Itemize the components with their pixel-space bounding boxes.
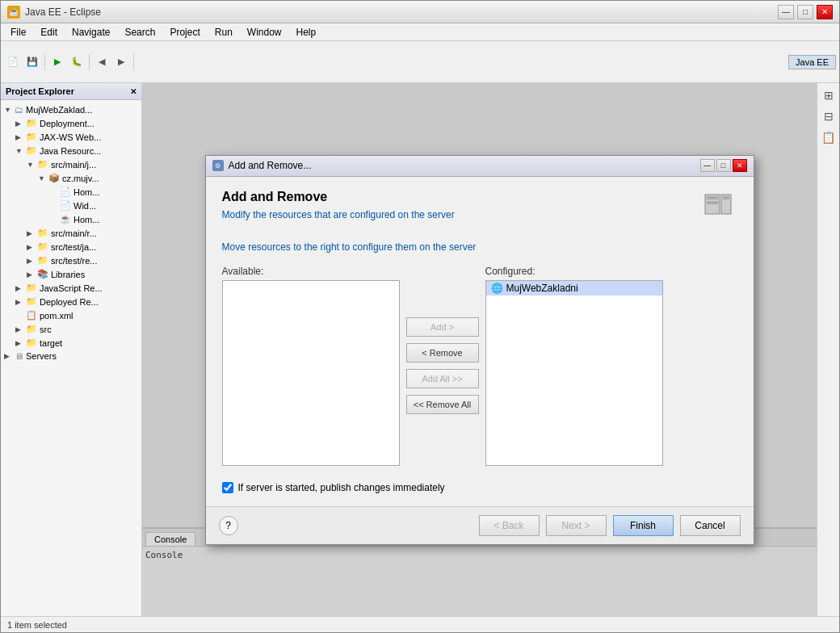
project-explorer-title: Project Explorer [6, 86, 74, 96]
folder-icon: 📁 [37, 228, 48, 238]
dialog-maximize[interactable]: □ [716, 159, 731, 172]
project-explorer: Project Explorer ✕ ▼ 🗂 MujWebZaklad... ▶… [1, 83, 142, 616]
tree-item-java-resources[interactable]: ▼ 📁 Java Resourc... [1, 144, 141, 157]
configured-list-item[interactable]: 🌐 MujWebZakladni [486, 281, 662, 296]
forward-button[interactable]: ▶ [112, 53, 130, 71]
dialog-content: Add and Remove Modify the resources that… [206, 177, 754, 506]
toolbar-sep-3 [133, 54, 134, 70]
folder-icon: 📁 [26, 132, 37, 142]
project-explorer-header: Project Explorer ✕ [1, 83, 141, 100]
file-icon: ☕ [60, 214, 71, 224]
menu-navigate[interactable]: Navigate [65, 25, 116, 40]
menu-project[interactable]: Project [163, 25, 206, 40]
available-label: Available: [222, 266, 400, 277]
dialog-close[interactable]: ✕ [733, 159, 747, 172]
tree-item-wid[interactable]: ▶ 📄 Wid... [1, 199, 141, 212]
menu-window[interactable]: Window [241, 25, 288, 40]
right-panel-btn-3[interactable]: 📋 [820, 128, 838, 146]
tree-item-cz[interactable]: ▼ 📦 cz.mujv... [1, 171, 141, 185]
folder-icon: 📁 [26, 283, 37, 293]
dialog-footer: ? < Back Next > Finish Cancel [206, 506, 754, 544]
folder-icon: 📁 [37, 159, 48, 170]
transfer-buttons: Add > < Remove Add All >> << Remove All [406, 266, 479, 466]
tree-item-src-test-ja[interactable]: ▶ 📁 src/test/ja... [1, 240, 141, 254]
file-icon: 📄 [60, 187, 71, 197]
dialog-titlebar: ⚙ Add and Remove... — □ ✕ [206, 156, 754, 177]
add-remove-dialog: ⚙ Add and Remove... — □ ✕ [205, 155, 754, 545]
menu-file[interactable]: File [4, 25, 32, 40]
tree-item-servers[interactable]: ▶ 🖥 Servers [1, 350, 141, 363]
tree-item-src-main-r[interactable]: ▶ 📁 src/main/r... [1, 226, 141, 240]
configured-item-label: MujWebZakladni [506, 283, 578, 294]
debug-button[interactable]: 🐛 [68, 53, 86, 71]
tree-item-hom1[interactable]: ▶ 📄 Hom... [1, 185, 141, 199]
tree-item-hom2[interactable]: ▶ ☕ Hom... [1, 212, 141, 226]
tree-item-project[interactable]: ▼ 🗂 MujWebZaklad... [1, 103, 141, 116]
folder-icon: 📁 [37, 241, 48, 252]
close-button[interactable]: ✕ [817, 5, 833, 19]
tree-item-pom[interactable]: ▶ 📋 pom.xml [1, 308, 141, 322]
menu-run[interactable]: Run [208, 25, 239, 40]
menu-search[interactable]: Search [118, 25, 162, 40]
libraries-icon: 📚 [37, 269, 48, 279]
folder-icon: 📁 [26, 296, 37, 307]
add-all-button[interactable]: Add All >> [406, 369, 479, 388]
maximize-button[interactable]: □ [797, 5, 813, 19]
toolbar: 📄 💾 ▶ 🐛 ◀ ▶ Java EE [1, 41, 839, 83]
right-panel-btn-2[interactable]: ⊟ [820, 107, 838, 125]
dialog-title-icon: ⚙ [212, 160, 224, 171]
menu-edit[interactable]: Edit [34, 25, 64, 40]
tree-item-deployed[interactable]: ▶ 📁 Deployed Re... [1, 295, 141, 308]
dialog-heading: Add and Remove [222, 190, 699, 204]
tree-item-deployment[interactable]: ▶ 📁 Deployment... [1, 116, 141, 130]
close-explorer-icon[interactable]: ✕ [130, 87, 136, 96]
help-button[interactable]: ? [219, 516, 238, 535]
dialog-window-controls: — □ ✕ [700, 159, 747, 172]
folder-icon: 📁 [26, 145, 37, 156]
dialog-minimize[interactable]: — [700, 159, 715, 172]
tree-item-src-test-re[interactable]: ▶ 📁 src/test/re... [1, 254, 141, 267]
menu-bar: File Edit Navigate Search Project Run Wi… [1, 23, 839, 41]
footer-buttons: < Back Next > Finish Cancel [479, 515, 741, 536]
menu-help[interactable]: Help [290, 25, 323, 40]
tree-item-target[interactable]: ▶ 📁 target [1, 336, 141, 350]
minimize-button[interactable]: — [778, 5, 794, 19]
next-button[interactable]: Next > [546, 515, 607, 536]
back-button[interactable]: ◀ [93, 53, 111, 71]
dialog-title-left: ⚙ Add and Remove... [212, 160, 312, 171]
tree-item-src-main[interactable]: ▼ 📁 src/main/j... [1, 157, 141, 171]
publish-label[interactable]: If server is started, publish changes im… [238, 482, 445, 493]
servers-icon: 🖥 [15, 351, 23, 361]
configured-label: Configured: [485, 266, 663, 277]
main-area: Project Explorer ✕ ▼ 🗂 MujWebZaklad... ▶… [1, 83, 839, 616]
configured-item-icon: 🌐 [491, 283, 503, 294]
run-button[interactable]: ▶ [48, 53, 66, 71]
tree-item-jaxws[interactable]: ▶ 📁 JAX-WS Web... [1, 130, 141, 144]
status-text: 1 item selected [7, 620, 67, 630]
cancel-button[interactable]: Cancel [680, 515, 741, 536]
folder-icon: 📁 [26, 324, 37, 334]
finish-button[interactable]: Finish [613, 515, 674, 536]
perspective-button[interactable]: Java EE [788, 55, 836, 69]
remove-all-button[interactable]: << Remove All [406, 395, 479, 414]
content-area: Console Console ⚙ Add and Remove... [142, 83, 817, 616]
toolbar-sep-2 [89, 54, 90, 70]
new-button[interactable]: 📄 [4, 53, 22, 71]
publish-checkbox[interactable] [222, 482, 233, 493]
package-icon: 📦 [48, 173, 60, 183]
status-bar: 1 item selected [1, 616, 839, 632]
back-button[interactable]: < Back [479, 515, 540, 536]
configured-list[interactable]: 🌐 MujWebZakladni [485, 280, 663, 466]
save-button[interactable]: 💾 [23, 53, 41, 71]
tree-item-libraries[interactable]: ▶ 📚 Libraries [1, 267, 141, 281]
folder-icon: 📁 [26, 118, 37, 128]
tree-item-javascript[interactable]: ▶ 📁 JavaScript Re... [1, 281, 141, 295]
add-button[interactable]: Add > [406, 317, 479, 337]
pom-icon: 📋 [26, 310, 37, 321]
transfer-section: Available: Add > < Remove Add All >> [222, 266, 737, 466]
tree-item-src[interactable]: ▶ 📁 src [1, 322, 141, 336]
remove-button[interactable]: < Remove [406, 343, 479, 363]
right-panel-btn-1[interactable]: ⊞ [820, 86, 838, 104]
project-tree[interactable]: ▼ 🗂 MujWebZaklad... ▶ 📁 Deployment... ▶ … [1, 100, 141, 616]
available-list[interactable] [222, 280, 400, 466]
